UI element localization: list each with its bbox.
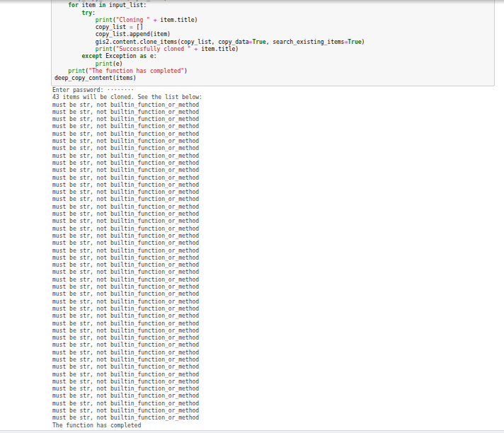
code-token: True bbox=[252, 39, 265, 45]
code-line: deep_copy_content(items) bbox=[55, 75, 491, 82]
next-cell-edge[interactable] bbox=[0, 430, 504, 433]
output-line: must be str, not builtin_function_or_met… bbox=[52, 299, 504, 306]
output-line: must be str, not builtin_function_or_met… bbox=[52, 196, 504, 203]
code-cell[interactable]: def deep_copy_content(input_list): for i… bbox=[51, 0, 495, 86]
code-token: copy_list.append(item) bbox=[55, 31, 171, 37]
code-token bbox=[55, 2, 68, 8]
code-token: print bbox=[68, 68, 85, 74]
output-line: must be str, not builtin_function_or_met… bbox=[52, 116, 504, 123]
output-line: must be str, not builtin_function_or_met… bbox=[52, 321, 504, 328]
output-line: must be str, not builtin_function_or_met… bbox=[52, 291, 504, 298]
code-token: try bbox=[82, 10, 92, 16]
code-token: copy_list bbox=[55, 24, 130, 30]
code-line: print("Cloning " + item.title) bbox=[55, 17, 491, 24]
output-line: must be str, not builtin_function_or_met… bbox=[52, 131, 504, 138]
code-token: ) bbox=[184, 68, 188, 74]
code-token: item.title) bbox=[157, 17, 198, 23]
code-token: item bbox=[79, 2, 99, 8]
code-token: ) bbox=[362, 39, 365, 45]
code-line: for item in input_list: bbox=[55, 2, 491, 9]
output-line: must be str, not builtin_function_or_met… bbox=[52, 226, 504, 233]
output-line: must be str, not builtin_function_or_met… bbox=[52, 328, 504, 335]
output-line: must be str, not builtin_function_or_met… bbox=[52, 182, 504, 189]
output-line: must be str, not builtin_function_or_met… bbox=[52, 218, 504, 225]
code-token: (input_list): bbox=[126, 0, 171, 1]
code-token: item.title) bbox=[197, 46, 239, 52]
output-line: must be str, not builtin_function_or_met… bbox=[52, 313, 504, 320]
code-token: "Cloning " bbox=[116, 17, 150, 23]
output-line: must be str, not builtin_function_or_met… bbox=[52, 145, 504, 152]
code-token: print bbox=[96, 46, 113, 52]
output-line: must be str, not builtin_function_or_met… bbox=[52, 350, 504, 357]
output-line: must be str, not builtin_function_or_met… bbox=[52, 342, 504, 349]
output-line: must be str, not builtin_function_or_met… bbox=[52, 379, 504, 386]
code-token: , search_existing_items bbox=[266, 39, 345, 45]
code-token bbox=[55, 53, 82, 59]
output-line: 43 items will be cloned. See the list be… bbox=[52, 94, 504, 101]
output-line: must be str, not builtin_function_or_met… bbox=[52, 357, 504, 364]
output-line: must be str, not builtin_function_or_met… bbox=[52, 277, 504, 284]
code-line: try: bbox=[55, 10, 491, 17]
output-area[interactable]: Enter password: ········43 items will be… bbox=[52, 87, 504, 429]
output-line: must be str, not builtin_function_or_met… bbox=[52, 306, 504, 313]
code-token: "The function has completed" bbox=[88, 68, 184, 74]
output-line: must be str, not builtin_function_or_met… bbox=[52, 102, 504, 109]
code-token: deep_copy_content(items) bbox=[55, 75, 137, 81]
output-line: must be str, not builtin_function_or_met… bbox=[52, 189, 504, 196]
output-line: must be str, not builtin_function_or_met… bbox=[52, 153, 504, 160]
output-line: must be str, not builtin_function_or_met… bbox=[52, 415, 504, 422]
output-line: must be str, not builtin_function_or_met… bbox=[52, 240, 504, 247]
code-token: gis2.content.clone_items(copy_list, copy… bbox=[55, 39, 249, 45]
output-line: must be str, not builtin_function_or_met… bbox=[52, 204, 504, 211]
code-token bbox=[55, 17, 96, 23]
code-token: [] bbox=[133, 24, 143, 30]
code-token bbox=[55, 68, 68, 74]
output-line: must be str, not builtin_function_or_met… bbox=[52, 123, 504, 130]
output-line: must be str, not builtin_function_or_met… bbox=[52, 386, 504, 393]
code-token bbox=[55, 61, 96, 67]
output-line: must be str, not builtin_function_or_met… bbox=[52, 167, 504, 174]
code-token: print bbox=[96, 17, 113, 23]
code-token: Exception bbox=[102, 53, 139, 59]
output-line: must be str, not builtin_function_or_met… bbox=[52, 109, 504, 116]
output-line: must be str, not builtin_function_or_met… bbox=[52, 400, 504, 408]
output-line: must be str, not builtin_function_or_met… bbox=[52, 335, 504, 342]
output-line: Enter password: ········ bbox=[52, 87, 504, 94]
output-line: must be str, not builtin_function_or_met… bbox=[52, 233, 504, 240]
code-line: print("Successfully cloned " + item.titl… bbox=[55, 46, 491, 53]
code-token: e: bbox=[147, 53, 156, 59]
output-text: Enter password: ········43 items will be… bbox=[52, 87, 504, 429]
output-line: must be str, not builtin_function_or_met… bbox=[52, 138, 504, 145]
code-token: deep_copy_content bbox=[68, 0, 126, 1]
output-line: must be str, not builtin_function_or_met… bbox=[52, 408, 504, 415]
code-token: except bbox=[82, 53, 103, 59]
output-line: must be str, not builtin_function_or_met… bbox=[52, 248, 504, 255]
output-line: must be str, not builtin_function_or_met… bbox=[52, 211, 504, 218]
code-token: for bbox=[68, 2, 78, 8]
code-token: as bbox=[139, 53, 147, 59]
output-line: must be str, not builtin_function_or_met… bbox=[52, 364, 504, 371]
code-token: True bbox=[348, 39, 361, 45]
code-editor[interactable]: def deep_copy_content(input_list): for i… bbox=[55, 0, 491, 83]
output-line: must be str, not builtin_function_or_met… bbox=[52, 371, 504, 379]
code-token: (e) bbox=[113, 61, 122, 67]
code-token: def bbox=[55, 0, 64, 1]
code-token: in bbox=[99, 2, 106, 8]
code-token: print bbox=[96, 61, 113, 67]
output-line: must be str, not builtin_function_or_met… bbox=[52, 393, 504, 400]
code-token: input_list: bbox=[105, 2, 147, 8]
code-token bbox=[55, 46, 96, 52]
output-line: must be str, not builtin_function_or_met… bbox=[52, 160, 504, 167]
output-line: must be str, not builtin_function_or_met… bbox=[52, 269, 504, 276]
code-token: : bbox=[92, 10, 96, 16]
code-line: copy_list = [] bbox=[55, 24, 491, 31]
code-line: except Exception as e: bbox=[55, 53, 491, 60]
code-line: print(e) bbox=[55, 61, 491, 68]
code-line: copy_list.append(item) bbox=[55, 31, 491, 38]
output-line: must be str, not builtin_function_or_met… bbox=[52, 262, 504, 269]
output-line: The function has completed bbox=[52, 422, 504, 429]
code-line: gis2.content.clone_items(copy_list, copy… bbox=[55, 39, 491, 46]
code-line: print("The function has completed") bbox=[55, 68, 491, 75]
code-token: "Successfully cloned " bbox=[116, 46, 191, 52]
output-line: must be str, not builtin_function_or_met… bbox=[52, 175, 504, 182]
